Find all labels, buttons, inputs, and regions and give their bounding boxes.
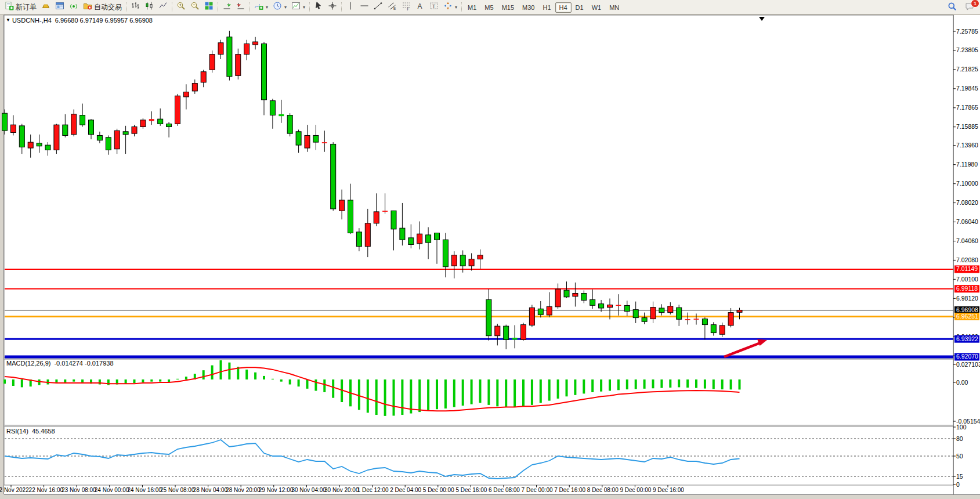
- svg-text:F: F: [407, 7, 410, 11]
- cursor-icon: [314, 1, 323, 13]
- gold-button[interactable]: [39, 1, 53, 13]
- svg-text:30 Nov 04:00: 30 Nov 04:00: [291, 487, 326, 493]
- toolbar-separator: [341, 2, 342, 12]
- chart-shift-button[interactable]: [234, 1, 248, 13]
- svg-text:22 Nov 2022: 22 Nov 2022: [0, 487, 29, 493]
- svg-text:7.23805: 7.23805: [956, 46, 978, 53]
- notifications-button[interactable]: 1: [963, 1, 977, 14]
- timeframe-button-m1[interactable]: M1: [464, 2, 480, 13]
- timeframe-button-m5[interactable]: M5: [480, 2, 497, 13]
- vertical-line-button[interactable]: [343, 1, 357, 13]
- svg-text:2 Dec 04:00: 2 Dec 04:00: [390, 487, 421, 493]
- fibonacci-button[interactable]: F: [399, 1, 413, 13]
- bar-chart-button[interactable]: [128, 1, 142, 13]
- svg-text:6.93922: 6.93922: [956, 335, 978, 342]
- indicators-button[interactable]: ▾: [252, 1, 270, 13]
- timeframe-button-mn[interactable]: MN: [605, 2, 623, 13]
- tile-windows-button[interactable]: [202, 1, 216, 13]
- svg-text:7 Dec 16:00: 7 Dec 16:00: [554, 487, 585, 493]
- line-chart-button[interactable]: [156, 1, 170, 13]
- main-price-pane[interactable]: [4, 15, 953, 358]
- terminal-button[interactable]: [53, 1, 67, 13]
- svg-text:7.21825: 7.21825: [956, 66, 978, 73]
- crosshair-icon: [328, 1, 337, 13]
- toolbar-separator: [172, 2, 172, 12]
- chevron-down-icon: ▾: [303, 5, 305, 10]
- timeframe-button-w1[interactable]: W1: [588, 2, 606, 13]
- chart-symbol-period: USDCNH-,H4: [12, 17, 52, 24]
- label-button[interactable]: T: [427, 1, 441, 13]
- svg-text:7.08020: 7.08020: [956, 199, 978, 206]
- signals-button[interactable]: [67, 1, 81, 13]
- chart-area[interactable]: 7.257857.238057.218257.198457.178657.158…: [0, 0, 980, 499]
- periods-button[interactable]: ▾: [270, 1, 289, 13]
- text-icon: A: [415, 1, 425, 13]
- trendline-icon: [374, 1, 383, 13]
- svg-text:E: E: [393, 6, 396, 10]
- chart-shift-icon: [236, 1, 245, 13]
- svg-text:6.98120: 6.98120: [956, 295, 978, 302]
- svg-text:6.96251: 6.96251: [956, 313, 978, 320]
- svg-text:22 Nov 16:00: 22 Nov 16:00: [29, 487, 64, 493]
- auto-trading-button[interactable]: 自动交易: [81, 1, 124, 13]
- timeframe-toolbar: M1M5M15M30H1H4D1W1MN: [464, 2, 623, 12]
- svg-text:7.11980: 7.11980: [956, 161, 978, 168]
- svg-text:7.06040: 7.06040: [956, 218, 978, 225]
- label-icon: T: [429, 1, 439, 13]
- timeframe-button-m15[interactable]: M15: [498, 2, 518, 13]
- chart-dropdown-icon[interactable]: ▼: [6, 17, 10, 23]
- chevron-down-icon: ▾: [455, 5, 457, 10]
- svg-text:28 Nov 04:00: 28 Nov 04:00: [193, 487, 228, 493]
- template-icon: [291, 1, 301, 13]
- auto-scroll-button[interactable]: [220, 1, 234, 13]
- new-order-button-label: 新订单: [16, 2, 37, 12]
- toolbar-separator: [249, 2, 250, 12]
- search-button[interactable]: [945, 1, 959, 14]
- svg-text:1 Dec 12:00: 1 Dec 12:00: [357, 487, 389, 493]
- macd-pane[interactable]: [4, 359, 953, 425]
- timeframe-button-h4[interactable]: H4: [555, 2, 572, 13]
- chevron-down-icon: ▾: [266, 5, 268, 10]
- horizontal-line-icon: [360, 1, 369, 13]
- toolbar-separator: [461, 2, 462, 12]
- svg-text:7 Dec 00:00: 7 Dec 00:00: [522, 487, 553, 493]
- text-button[interactable]: A: [413, 1, 427, 13]
- svg-text:T: T: [432, 3, 435, 9]
- toolbar-separator: [309, 2, 310, 12]
- trendline-button[interactable]: [371, 1, 385, 13]
- candlestick-chart-button[interactable]: [142, 1, 156, 13]
- timeframe-button-m30[interactable]: M30: [518, 2, 538, 13]
- svg-text:24 Nov 00:00: 24 Nov 00:00: [95, 487, 129, 493]
- svg-text:A: A: [418, 2, 422, 10]
- svg-text:7.25785: 7.25785: [956, 28, 978, 35]
- svg-text:7.13960: 7.13960: [956, 142, 978, 149]
- arrows-icon: [443, 1, 453, 13]
- timeframe-button-d1[interactable]: D1: [572, 2, 588, 13]
- chevron-down-icon: ▾: [284, 5, 287, 10]
- date-axis[interactable]: 22 Nov 202222 Nov 16:0023 Nov 08:0024 No…: [0, 485, 684, 493]
- arrows-button[interactable]: ▾: [441, 1, 460, 13]
- svg-text:7.17865: 7.17865: [956, 104, 978, 111]
- tile-windows-icon: [204, 1, 214, 13]
- zoom-out-button[interactable]: [188, 1, 202, 13]
- cursor-button[interactable]: [312, 1, 326, 13]
- svg-text:7.19845: 7.19845: [956, 85, 978, 92]
- new-order-button[interactable]: 新订单: [2, 1, 39, 13]
- zoom-in-button[interactable]: [174, 1, 188, 13]
- signal-icon: [69, 1, 78, 13]
- horizontal-line-button[interactable]: [357, 1, 371, 13]
- svg-text:0.00: 0.00: [956, 379, 968, 386]
- rsi-name: RSI(14): [6, 428, 28, 435]
- timeframe-button-h1[interactable]: H1: [538, 2, 555, 13]
- templates-button[interactable]: ▾: [289, 1, 308, 13]
- svg-text:7.04060: 7.04060: [956, 237, 978, 244]
- auto-trading-button-label: 自动交易: [94, 2, 122, 12]
- crosshair-button[interactable]: [326, 1, 339, 13]
- line-chart-icon: [158, 1, 168, 13]
- rsi-indicator-label: RSI(14)45.4658: [6, 428, 55, 435]
- svg-text:7.15885: 7.15885: [956, 123, 978, 130]
- zoom-in-icon: [176, 1, 186, 13]
- svg-text:5 Dec 00:00: 5 Dec 00:00: [423, 487, 454, 493]
- channel-button[interactable]: E: [385, 1, 399, 13]
- rsi-value: 45.4658: [32, 428, 55, 435]
